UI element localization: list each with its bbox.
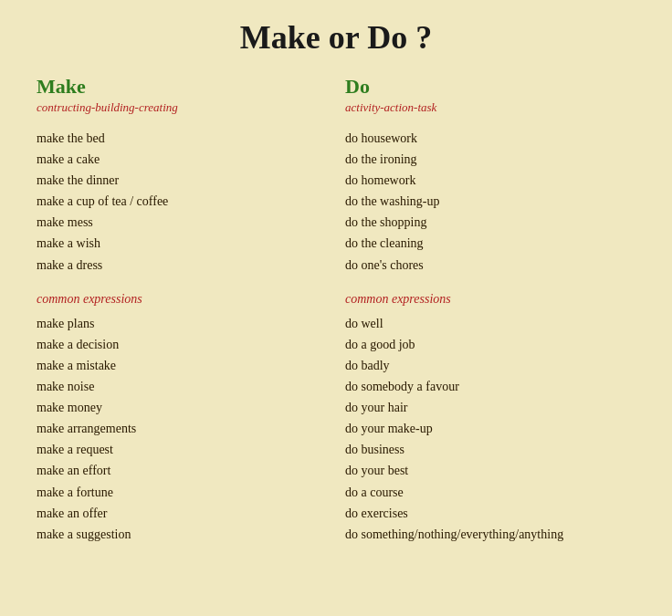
list-item: do your best <box>345 460 635 481</box>
list-item: make money <box>37 397 327 418</box>
list-item: make arrangements <box>37 418 327 439</box>
list-item: make a dress <box>37 255 327 276</box>
make-section-label: common expressions <box>37 288 327 309</box>
list-item: make the bed <box>37 128 327 149</box>
list-item: do a course <box>345 482 635 503</box>
make-expression-items: make plansmake a decisionmake a mistakem… <box>37 313 327 545</box>
list-item: do the shopping <box>345 212 635 233</box>
list-item: make a wish <box>37 233 327 254</box>
list-item: do the washing-up <box>345 191 635 212</box>
list-item: make a decision <box>37 334 327 355</box>
list-item: do somebody a favour <box>345 376 635 397</box>
list-item: make a cake <box>37 149 327 170</box>
list-item: make mess <box>37 212 327 233</box>
page: Make or Do ? Make contructing-building-c… <box>0 0 672 616</box>
make-heading: Make <box>37 75 327 99</box>
list-item: make an offer <box>37 503 327 524</box>
list-item: do one's chores <box>345 255 635 276</box>
list-item: do badly <box>345 355 635 376</box>
list-item: make a mistake <box>37 355 327 376</box>
make-basic-items: make the bedmake a cakemake the dinnerma… <box>37 128 327 276</box>
list-item: make noise <box>37 376 327 397</box>
do-column: Do activity-action-task do houseworkdo t… <box>336 75 645 545</box>
list-item: make an effort <box>37 460 327 481</box>
list-item: do well <box>345 313 635 334</box>
make-column: Make contructing-building-creating make … <box>27 75 336 545</box>
list-item: do housework <box>345 128 635 149</box>
list-item: make plans <box>37 313 327 334</box>
do-subtitle: activity-action-task <box>345 100 635 115</box>
do-expression-items: do welldo a good jobdo badlydo somebody … <box>345 313 635 545</box>
do-heading: Do <box>345 75 635 99</box>
list-item: do the ironing <box>345 149 635 170</box>
list-item: do your make-up <box>345 418 635 439</box>
do-basic-items: do houseworkdo the ironingdo homeworkdo … <box>345 128 635 276</box>
list-item: make a request <box>37 439 327 460</box>
list-item: do exercises <box>345 503 635 524</box>
columns: Make contructing-building-creating make … <box>27 75 645 545</box>
list-item: make the dinner <box>37 170 327 191</box>
list-item: do homework <box>345 170 635 191</box>
list-item: do your hair <box>345 397 635 418</box>
list-item: do a good job <box>345 334 635 355</box>
list-item: make a suggestion <box>37 524 327 545</box>
make-subtitle: contructing-building-creating <box>37 100 327 115</box>
list-item: do business <box>345 439 635 460</box>
list-item: do the cleaning <box>345 233 635 254</box>
list-item: do something/nothing/everything/anything <box>345 524 635 545</box>
main-title: Make or Do ? <box>27 18 645 57</box>
list-item: make a fortune <box>37 482 327 503</box>
do-section-label: common expressions <box>345 288 635 309</box>
list-item: make a cup of tea / coffee <box>37 191 327 212</box>
